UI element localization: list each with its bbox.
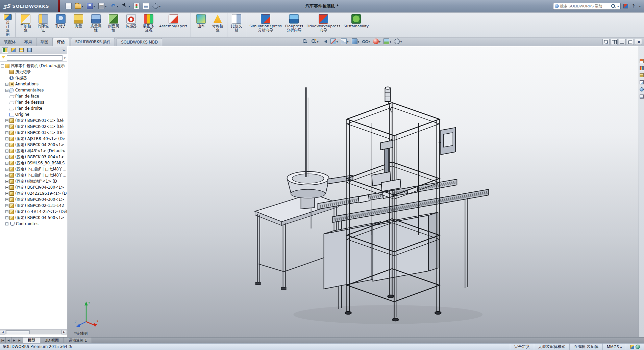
view-tool-button[interactable]	[302, 38, 308, 44]
tree-item[interactable]: + (固定) 喎鄕㳓P'<1> (D	[0, 178, 67, 184]
tree-item[interactable]: - 汽车零件包装机 (Défaut<显示	[0, 63, 67, 69]
tree-expander[interactable]: +	[5, 131, 8, 134]
tree-item[interactable]: Origine	[0, 111, 67, 117]
tree-expander[interactable]: +	[5, 174, 8, 177]
tree-item[interactable]: 历史记录	[0, 69, 67, 75]
view-tool-button[interactable]	[362, 38, 370, 44]
tree-item[interactable]: Plan de dessus	[0, 99, 67, 105]
tree-item[interactable]: 传感器	[0, 75, 67, 81]
chevron-down-icon[interactable]	[117, 4, 119, 8]
panel-tab[interactable]	[10, 47, 16, 53]
panel-overflow-button[interactable]: »	[62, 48, 65, 53]
view-tool-button[interactable]	[383, 38, 391, 44]
command-tab[interactable]: 布局	[20, 38, 36, 46]
task-pane-icon[interactable]	[640, 59, 644, 63]
tree-item[interactable]: + (固定) BGPCK-04-100<1>	[0, 184, 67, 190]
units-selector[interactable]: MMGS ▴	[602, 344, 626, 350]
tree-item[interactable]: Plan de face	[0, 93, 67, 99]
quick-tool-button[interactable]	[86, 2, 96, 10]
chevron-down-icon[interactable]	[368, 39, 370, 44]
tree-expander[interactable]: +	[5, 192, 8, 195]
tree-expander[interactable]: +	[5, 216, 8, 219]
ribbon-tool[interactable]: 间隙验 证	[34, 13, 52, 37]
quick-tool-button[interactable]	[121, 2, 131, 10]
tree-expander[interactable]: +	[5, 156, 8, 159]
search-input[interactable]	[560, 4, 610, 8]
chevron-down-icon[interactable]	[94, 4, 95, 8]
task-pane-icon[interactable]	[640, 87, 644, 91]
model-tab[interactable]: 运动算例 1	[64, 338, 92, 343]
chevron-down-icon[interactable]	[105, 4, 107, 8]
tree-item[interactable]: + (固定) 0242219519<1> (D	[0, 190, 67, 196]
panel-tab[interactable]	[26, 47, 32, 53]
chevron-down-icon[interactable]	[337, 39, 338, 44]
ribbon-tool[interactable]: 装配体 直观	[140, 13, 157, 37]
search-options-chevron-icon[interactable]	[617, 4, 619, 8]
view-tool-button[interactable]	[373, 38, 381, 44]
ribbon-tool[interactable]: 曲率	[192, 13, 210, 37]
quick-tool-button[interactable]	[74, 3, 84, 9]
tab-nav-prev-icon[interactable]: ◀	[6, 338, 11, 343]
solidworks-resources-icon[interactable]	[623, 4, 628, 8]
tab-nav-next-icon[interactable]: ▶	[11, 338, 17, 343]
tree-item[interactable]: + (固定) BGPCK-04-500<1>	[0, 215, 67, 221]
search-box[interactable]	[553, 3, 621, 10]
tree-expander[interactable]: +	[5, 83, 8, 86]
ribbon-tool[interactable]: 传感器	[122, 13, 140, 37]
quick-tool-button[interactable]	[65, 2, 73, 10]
tree-expander[interactable]: +	[5, 210, 8, 213]
tree-expander[interactable]: +	[5, 125, 8, 128]
window-control-button[interactable]	[619, 39, 626, 45]
tree-item[interactable]: Plan de droite	[0, 105, 67, 111]
task-pane-icon[interactable]	[640, 66, 644, 70]
tree-expander[interactable]: +	[5, 137, 8, 140]
tree-item[interactable]: + (固定) o 4#14-25'<1> (Déf	[0, 209, 67, 215]
ribbon-tool[interactable]: Sustainability	[342, 13, 370, 37]
tree-item[interactable]: + (固定) BGPCK-04-200<1>	[0, 142, 67, 148]
tab-nav-last-icon[interactable]: ▶|	[17, 338, 23, 343]
ribbon-tool[interactable]: AssemblyXpert	[157, 13, 191, 37]
tree-item[interactable]: + (固定) 树43'<1> (Défaut<	[0, 148, 67, 154]
model-tab[interactable]: 3D 视图	[40, 338, 64, 343]
command-tab[interactable]: 评估	[53, 38, 69, 46]
tree-item[interactable]: + (固定) BGPCK-03-004<1>	[0, 154, 67, 160]
task-pane-icon[interactable]	[640, 95, 644, 99]
search-icon[interactable]	[611, 4, 616, 9]
tree-expander[interactable]: +	[5, 119, 8, 122]
quick-tool-button[interactable]	[97, 2, 108, 10]
command-tab[interactable]: 装配体	[0, 38, 20, 46]
status-badge-icon[interactable]	[636, 345, 640, 349]
ribbon-tool[interactable]: SimulationXpress 分析向导	[248, 13, 283, 37]
tree-item[interactable]: + Annotations	[0, 81, 67, 87]
chevron-down-icon[interactable]	[400, 39, 402, 44]
quick-tool-button[interactable]	[151, 2, 162, 10]
ribbon-tool[interactable]: FloXpress 分析向导	[283, 13, 305, 37]
tree-expander[interactable]: +	[5, 168, 8, 171]
window-control-button[interactable]	[635, 39, 642, 45]
task-pane-icon[interactable]	[640, 73, 644, 77]
window-control-button[interactable]	[627, 39, 634, 45]
help-button[interactable]: ?	[631, 3, 637, 9]
tree-item[interactable]: + (固定) AJSTR8_40<1> (Dé	[0, 136, 67, 142]
ribbon-tool[interactable]: 剖面属 性	[105, 13, 122, 37]
search-scope-icon[interactable]	[555, 4, 559, 8]
menu-expand-chevron-icon[interactable]	[639, 4, 641, 8]
tree-expander[interactable]: +	[5, 198, 8, 201]
view-tool-button[interactable]	[352, 38, 360, 44]
tree-item[interactable]: + Contraintes	[0, 221, 67, 227]
window-control-button[interactable]	[611, 39, 618, 45]
tree-expander[interactable]: +	[5, 186, 8, 189]
ribbon-tool[interactable]: DriveWorksXpress 向导	[305, 13, 342, 37]
tree-expander[interactable]: +	[5, 143, 8, 146]
feature-filter-input[interactable]	[7, 55, 63, 61]
task-pane-icon[interactable]	[640, 80, 644, 84]
quick-tool-button[interactable]	[109, 2, 120, 10]
tab-nav-first-icon[interactable]: |◀	[0, 338, 6, 343]
quick-tool-button[interactable]	[142, 2, 150, 10]
chevron-down-icon[interactable]	[128, 4, 130, 8]
chevron-down-icon[interactable]: ▾	[64, 56, 66, 60]
chevron-down-icon[interactable]	[317, 39, 319, 44]
quick-tool-button[interactable]	[132, 2, 141, 10]
ribbon-tool[interactable]: 测量	[70, 13, 87, 37]
tree-item[interactable]: + (固定) BGPCK-03<1> (Dé	[0, 130, 67, 136]
